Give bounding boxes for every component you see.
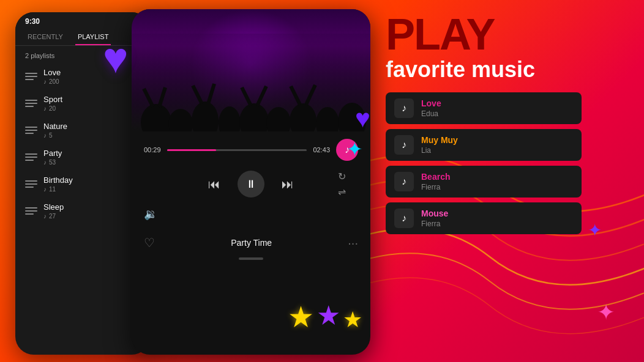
list-item[interactable]: Love ♪200 ▶ bbox=[15, 63, 150, 90]
playlist-song-count: ♪20 bbox=[43, 105, 127, 112]
song-card-artist: Fierra bbox=[421, 220, 573, 228]
song-card-info: Love Edua bbox=[421, 98, 573, 118]
song-card-title: Bearch bbox=[421, 172, 573, 182]
player-handle bbox=[239, 257, 263, 260]
playlist-song-count: ♪27 bbox=[43, 213, 127, 220]
sparkle-blue-decoration: ✦ bbox=[346, 138, 363, 161]
playlist-info: Birthday ♪11 bbox=[43, 175, 127, 193]
playlist-song-count: ♪5 bbox=[43, 132, 127, 139]
current-time: 00:29 bbox=[144, 146, 161, 153]
song-card-artist: Lia bbox=[421, 146, 573, 155]
song-card-artist: Fierra bbox=[421, 183, 573, 191]
headline-play: PLAY bbox=[386, 12, 631, 56]
sparkle-pink-decoration: ✦ bbox=[597, 300, 615, 325]
playlist-icon bbox=[25, 180, 37, 188]
song-card-info: Muy Muy Lia bbox=[421, 135, 573, 155]
playlist-name: Party bbox=[43, 149, 127, 158]
next-button[interactable]: ⏭ bbox=[279, 175, 296, 194]
playlist-icon bbox=[25, 73, 37, 80]
status-time: 9:30 bbox=[25, 17, 40, 26]
playlist-song-count: ♪11 bbox=[43, 186, 127, 193]
list-item[interactable]: Nature ♪5 ▶ bbox=[15, 117, 150, 144]
repeat-icon[interactable]: ↻ bbox=[338, 171, 346, 182]
song-card-artist: Edua bbox=[421, 109, 573, 118]
heart-small-decoration: ♥ bbox=[355, 104, 370, 133]
list-item[interactable]: Birthday ♪11 ▶ bbox=[15, 171, 150, 198]
play-pause-button[interactable]: ⏸ bbox=[238, 171, 264, 198]
heart-large-decoration: ♥ bbox=[103, 34, 129, 83]
right-section: PLAY favorite music ♪ Love Edua ♪ Muy Mu… bbox=[386, 12, 631, 234]
playlist-icon bbox=[25, 100, 37, 107]
song-card-info: Bearch Fierra bbox=[421, 172, 573, 191]
song-card-title: Love bbox=[421, 98, 573, 108]
song-card-icon: ♪ bbox=[394, 98, 414, 118]
time-bar: 00:29 02:43 ♪ bbox=[144, 139, 358, 161]
progress-fill bbox=[167, 149, 216, 151]
bottom-controls: 🔉 bbox=[144, 207, 358, 221]
list-item[interactable]: Sport ♪20 ▶ bbox=[15, 90, 150, 117]
stars-decoration: ★ ★ ★ bbox=[288, 300, 362, 334]
player-album-art bbox=[132, 9, 370, 131]
prev-button[interactable]: ⏮ bbox=[206, 175, 223, 194]
phone-mockup: 9:30 RECENTLY PLAYLIST 2 playlists Love … bbox=[15, 12, 150, 355]
total-time: 02:43 bbox=[313, 146, 330, 153]
list-item[interactable]: Party ♪53 ▶ bbox=[15, 144, 150, 171]
playlist-info: Sleep ♪27 bbox=[43, 202, 127, 220]
playlist-icon bbox=[25, 207, 37, 215]
song-card[interactable]: ♪ Bearch Fierra bbox=[386, 166, 582, 198]
player-footer: ♡ Party Time ··· bbox=[132, 228, 370, 257]
song-card-title: Muy Muy bbox=[421, 135, 573, 145]
song-card-icon: ♪ bbox=[394, 135, 414, 155]
playlist-name: Sport bbox=[43, 95, 127, 104]
more-options-button[interactable]: ··· bbox=[348, 236, 358, 250]
song-card-icon: ♪ bbox=[394, 172, 414, 191]
like-button[interactable]: ♡ bbox=[144, 235, 155, 250]
playlist-info: Nature ♪5 bbox=[43, 122, 127, 139]
status-bar: 9:30 bbox=[15, 12, 150, 28]
song-card[interactable]: ♪ Muy Muy Lia bbox=[386, 129, 582, 161]
phone-tab-bar: RECENTLY PLAYLIST bbox=[15, 28, 150, 46]
sparkle-purple-decoration: ✦ bbox=[588, 220, 602, 240]
playlist-icon bbox=[25, 127, 37, 134]
list-item[interactable]: Sleep ♪27 ▶ bbox=[15, 198, 150, 224]
playlist-info: Party ♪53 bbox=[43, 149, 127, 166]
playlist-list: Love ♪200 ▶ Sport ♪20 ▶ bbox=[15, 63, 150, 224]
star-gold-1: ★ bbox=[288, 300, 314, 334]
star-gold-2: ★ bbox=[343, 307, 362, 334]
song-card-title: Mouse bbox=[421, 209, 573, 218]
playlist-name: Birthday bbox=[43, 175, 127, 185]
song-list: ♪ Love Edua ♪ Muy Muy Lia ♪ Bearch Fierr… bbox=[386, 92, 631, 234]
star-purple: ★ bbox=[316, 300, 340, 334]
main-controls: ⏮ ⏸ ⏭ ↻ ⇌ bbox=[144, 171, 358, 198]
playlist-name: Nature bbox=[43, 122, 127, 131]
player-controls: 00:29 02:43 ♪ ⏮ ⏸ ⏭ ↻ ⇌ 🔉 bbox=[132, 131, 370, 228]
shuffle-icon[interactable]: ⇌ bbox=[338, 186, 346, 198]
progress-bar[interactable] bbox=[167, 149, 307, 151]
headline-favorite: favorite music bbox=[386, 56, 631, 83]
song-card[interactable]: ♪ Mouse Fierra bbox=[386, 202, 582, 234]
tab-recently[interactable]: RECENTLY bbox=[25, 28, 66, 45]
playlist-name: Sleep bbox=[43, 202, 127, 212]
volume-icon[interactable]: 🔉 bbox=[144, 207, 157, 221]
playlist-info: Sport ♪20 bbox=[43, 95, 127, 112]
playlist-count: 2 playlists bbox=[15, 46, 150, 63]
song-card-info: Mouse Fierra bbox=[421, 209, 573, 228]
current-song-title: Party Time bbox=[231, 238, 272, 248]
playlist-song-count: ♪53 bbox=[43, 159, 127, 166]
playlist-icon bbox=[25, 153, 37, 161]
song-card-icon: ♪ bbox=[394, 209, 414, 228]
song-card[interactable]: ♪ Love Edua bbox=[386, 92, 582, 124]
